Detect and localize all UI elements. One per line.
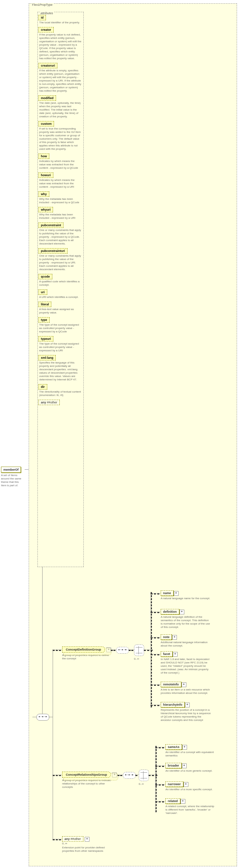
child-element: note+Additional natural language informa… <box>161 634 211 648</box>
diagram-canvas: memberOf A set of Items around the same … <box>0 0 238 868</box>
choice-connector <box>139 770 149 781</box>
expand-icon[interactable]: + <box>181 799 185 804</box>
connector-line <box>32 717 36 717</box>
expand-icon[interactable]: + <box>185 703 190 707</box>
child-label: definition <box>161 609 179 614</box>
connector-line <box>151 592 152 707</box>
attribute-name: pubconstrainturi <box>38 248 68 254</box>
child-element: sameAs+An identifier of a concept with e… <box>165 744 216 757</box>
attribute-any: any ##other <box>38 400 83 405</box>
root-element-desc: A set of Items around the same theme tha… <box>1 474 25 487</box>
expand-icon[interactable]: + <box>184 782 188 787</box>
attribute-name: dir <box>38 384 47 390</box>
expand-icon[interactable]: + <box>172 635 177 640</box>
child-desc: A link to an item or a web resource whic… <box>161 688 211 695</box>
sequence-connector <box>36 714 49 721</box>
any-desc: Extension point for provider-defined pro… <box>62 846 106 853</box>
attribute-name: custom <box>38 121 54 126</box>
child-element: name+A natural language name for the con… <box>161 590 210 600</box>
attribute-name: how <box>38 154 49 159</box>
attribute-name: why <box>38 191 49 197</box>
attribute-desc: One or many constraints that apply to pu… <box>39 229 82 245</box>
attribute-entry: creatoruri <box>38 63 83 68</box>
attribute-entry: type <box>38 317 83 323</box>
expand-icon[interactable]: + <box>85 837 89 842</box>
attribute-desc: Indicates by which means the value was e… <box>39 179 82 189</box>
expand-icon[interactable]: + <box>182 745 187 750</box>
attribute-desc: Why the metadata has been included - exp… <box>39 197 82 204</box>
attribute-entry: qcode <box>38 274 83 279</box>
child-element: hierarchyInfo+Represents the position of… <box>161 702 211 722</box>
attribute-entry: xml:lang <box>38 355 83 360</box>
group-label: ConceptRelationshipsGroup <box>62 772 111 778</box>
expand-icon[interactable]: + <box>173 652 178 657</box>
attribute-entry: dir <box>38 384 83 390</box>
attribute-name: uri <box>38 289 47 295</box>
attribute-name: modified <box>38 95 56 101</box>
cardinality: 0..∞ <box>62 842 106 845</box>
attribute-entry: literal <box>38 302 83 307</box>
root-element-label: memberOf <box>1 467 21 473</box>
attribute-list: idThe local identifier of the property.c… <box>38 15 83 405</box>
attribute-desc: A free-text value assigned as property v… <box>39 308 82 314</box>
child-label: hierarchyInfo <box>161 702 185 707</box>
attribute-desc: If set to true the corresponding propert… <box>39 127 82 151</box>
root-element: memberOf A set of Items around the same … <box>1 467 25 487</box>
child-desc: Additional natural language information … <box>161 641 211 648</box>
attribute-entry: how <box>38 154 83 159</box>
attribute-name: creator <box>38 27 54 32</box>
attribute-entry: typeuri <box>38 336 83 342</box>
attribute-desc: The date (and, optionally, the time) whe… <box>39 101 82 118</box>
attribute-desc: The type of the concept assigned as cont… <box>39 342 82 352</box>
attribute-desc: One or many constraints that apply to pu… <box>39 254 82 271</box>
sequence-connector <box>116 647 129 654</box>
attribute-entry: creator <box>38 27 83 32</box>
child-desc: Represents the position of a concept in … <box>161 708 211 722</box>
any-other-element: any ##other + 0..∞ Extension point for p… <box>62 836 106 853</box>
attribute-name: id <box>38 15 46 20</box>
expand-icon[interactable]: + <box>182 682 186 687</box>
attribute-desc: Why the metadata has been included - exp… <box>39 213 82 220</box>
type-panel: Flex1PropType attributes idThe local ide… <box>29 3 237 866</box>
connector-line <box>25 469 29 470</box>
cardinality: 0..∞ <box>134 657 139 660</box>
connector-line <box>53 650 53 839</box>
child-element: broader+An identifier of a more generic … <box>165 763 212 773</box>
expand-icon[interactable]: + <box>180 610 184 614</box>
child-desc: An identifier of a more specific concept… <box>165 788 213 791</box>
attribute-entry: whyuri <box>38 207 83 212</box>
attribute-name: typeuri <box>38 336 53 342</box>
any-suffix: ##other <box>47 401 57 404</box>
attribute-desc: The local identifier of the property. <box>39 21 82 24</box>
attribute-entry: pubconstrainturi <box>38 248 83 254</box>
expand-icon[interactable]: + <box>174 591 179 596</box>
attribute-entry: howuri <box>38 172 83 178</box>
attribute-desc: If the property value is not defined, sp… <box>39 33 82 60</box>
choice-connector <box>134 644 144 656</box>
attribute-name: howuri <box>38 172 53 178</box>
group-label: ConceptDefinitionGroup <box>62 647 105 653</box>
type-name: Flex1PropType <box>31 3 53 6</box>
attribute-name: qcode <box>38 274 52 279</box>
child-element: definition+A natural language definition… <box>161 609 211 629</box>
connector-line <box>42 567 43 714</box>
attribute-desc: A qualified code which identifies a conc… <box>39 280 82 287</box>
child-label: remoteInfo <box>161 682 181 687</box>
child-desc: An identifier of a more generic concept. <box>165 769 212 773</box>
attribute-name: whyuri <box>38 207 53 212</box>
attribute-entry: uri <box>38 289 83 295</box>
attribute-name: xml:lang <box>38 355 56 360</box>
attributes-title: attributes <box>40 11 54 15</box>
child-element: narrower+An identifier of a more specifi… <box>165 781 213 791</box>
sequence-connector <box>123 772 136 779</box>
attributes-panel: attributes idThe local identifier of the… <box>37 12 84 567</box>
attribute-desc: The directionality of textual content (e… <box>39 390 82 397</box>
attribute-entry: modified <box>38 95 83 101</box>
expand-icon[interactable]: + <box>182 764 187 768</box>
cardinality: 0..∞ <box>139 782 144 785</box>
child-desc: In NAR 1.8 and later, facet is deprecate… <box>161 658 211 675</box>
child-element: facet+In NAR 1.8 and later, facet is dep… <box>161 651 211 675</box>
child-desc: A natural language definition of the sem… <box>161 615 211 629</box>
any-suffix: ##other <box>71 837 81 841</box>
child-desc: A natural language name for the concept. <box>161 597 210 600</box>
